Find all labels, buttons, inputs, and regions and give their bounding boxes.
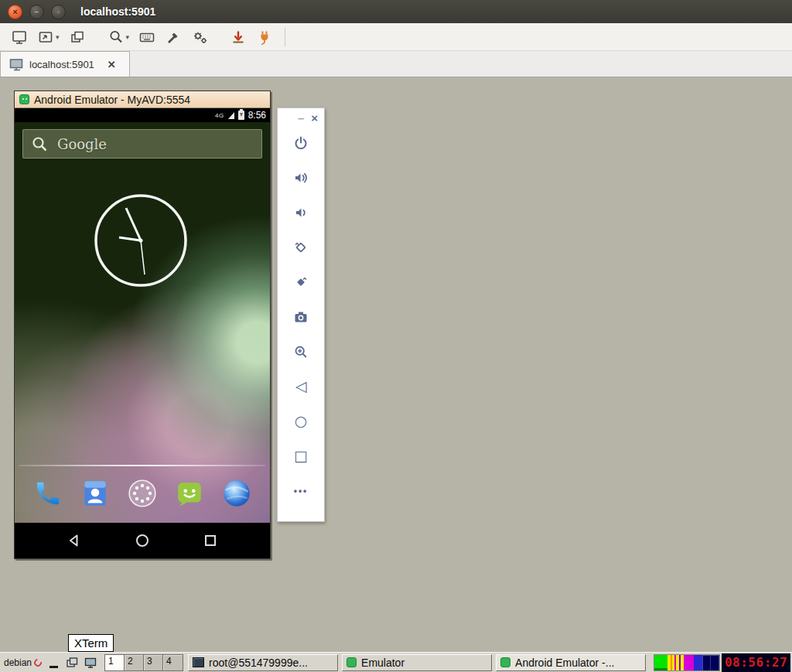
- android-emulator-window[interactable]: Android Emulator - MyAVD:5554 4G 8:56 Go…: [14, 90, 271, 559]
- zoom-icon: [108, 29, 125, 46]
- taskbar-clock: 08:56:27: [722, 653, 790, 672]
- mini-pager: [702, 655, 719, 670]
- android-dock: [15, 470, 270, 517]
- analog-clock-widget[interactable]: [90, 189, 192, 292]
- close-icon: ×: [12, 7, 17, 16]
- windows-button[interactable]: [63, 654, 80, 671]
- volume-down-icon: [293, 205, 309, 220]
- google-search-bar[interactable]: Google: [22, 129, 262, 159]
- scale-button[interactable]: ▾: [32, 26, 64, 49]
- rotate-left-button[interactable]: [278, 230, 324, 264]
- window-title: localhost:5901: [80, 5, 155, 18]
- overview-button-panel[interactable]: □: [278, 438, 324, 473]
- desktop-button[interactable]: [82, 654, 99, 671]
- window-maximize-button[interactable]: ▫: [51, 5, 66, 19]
- rotate-right-icon: [293, 275, 309, 290]
- phone-app-icon[interactable]: [32, 477, 64, 510]
- vnc-viewport[interactable]: Android Emulator - MyAVD:5554 4G 8:56 Go…: [0, 77, 792, 652]
- control-panel-titlebar: – ×: [278, 108, 324, 125]
- volume-down-button[interactable]: [278, 195, 324, 230]
- power-button[interactable]: [278, 125, 324, 160]
- debian-logo-icon: [32, 657, 43, 668]
- load-meter-blue: [694, 655, 702, 670]
- emulator-titlebar[interactable]: Android Emulator - MyAVD:5554: [15, 91, 270, 108]
- tools-button[interactable]: [160, 26, 186, 49]
- tab-close-button[interactable]: ✕: [108, 59, 116, 70]
- task-button-emulator[interactable]: Emulator: [342, 654, 492, 671]
- terminal-icon: [193, 657, 204, 667]
- window-close-button[interactable]: ×: [8, 5, 22, 19]
- android-status-bar: 4G 8:56: [15, 108, 270, 122]
- plug-icon: [256, 29, 273, 46]
- rotate-right-button[interactable]: [278, 264, 324, 299]
- volume-up-button[interactable]: [278, 160, 324, 195]
- android-icon: [19, 94, 29, 104]
- screenshot-button[interactable]: [225, 26, 251, 49]
- power-icon: [293, 135, 309, 151]
- back-button-panel[interactable]: ◁: [278, 369, 324, 404]
- download-arrow-icon: [230, 29, 247, 46]
- disconnect-button[interactable]: [251, 26, 278, 49]
- messaging-app-icon[interactable]: [173, 477, 206, 510]
- panel-minimize-button[interactable]: –: [298, 114, 304, 122]
- tab-localhost-5901[interactable]: localhost:5901 ✕: [0, 51, 130, 77]
- tab-label: localhost:5901: [29, 59, 94, 70]
- workspace-3[interactable]: 3: [144, 655, 163, 670]
- tooltip-label: XTerm: [74, 636, 108, 650]
- workspace-4[interactable]: 4: [163, 655, 183, 670]
- emulator-window-title: Android Emulator - MyAVD:5554: [34, 94, 190, 106]
- xterm-tooltip: XTerm: [68, 634, 114, 652]
- load-meter-green: [654, 655, 667, 670]
- emulator-control-panel: – ×: [277, 107, 325, 522]
- home-icon: ○: [295, 414, 308, 428]
- load-meter-magenta: [684, 655, 694, 670]
- dock-separator: [19, 465, 265, 466]
- task-button-android-emulator[interactable]: Android Emulator -...: [496, 654, 646, 671]
- workspace-1[interactable]: 1: [105, 655, 125, 670]
- home-nav-icon[interactable]: [135, 533, 150, 548]
- fullscreen-button[interactable]: [6, 26, 32, 49]
- system-monitor: [654, 654, 720, 671]
- panel-close-button[interactable]: ×: [311, 113, 318, 123]
- app-drawer-icon[interactable]: [126, 477, 159, 510]
- android-icon: [346, 657, 357, 667]
- toolbar-separator: [285, 28, 285, 46]
- chevron-down-icon: ▾: [56, 33, 60, 41]
- more-button-panel[interactable]: •••: [278, 473, 324, 508]
- taskbar: debian 1 2 3 4 root@551479999e... Emulat…: [0, 652, 792, 672]
- debian-menu-button[interactable]: debian: [2, 657, 44, 668]
- home-button-panel[interactable]: ○: [278, 404, 324, 438]
- emulator-screen[interactable]: 4G 8:56 Google: [15, 108, 270, 558]
- back-icon: ◁: [295, 379, 307, 394]
- window-minimize-button[interactable]: −: [29, 5, 44, 19]
- zoom-button[interactable]: ▾: [103, 26, 135, 49]
- more-icon: •••: [294, 486, 309, 496]
- keyboard-button[interactable]: [134, 26, 160, 49]
- task-button-terminal[interactable]: root@551479999e...: [188, 654, 338, 671]
- screenshot-button-panel[interactable]: [278, 299, 324, 334]
- window-titlebar: × − ▫ localhost:5901: [0, 0, 792, 23]
- iconify-button[interactable]: [45, 654, 62, 671]
- android-icon: [500, 657, 510, 667]
- volume-up-icon: [293, 170, 309, 186]
- duplicate-button[interactable]: [64, 26, 90, 49]
- workspace-2[interactable]: 2: [125, 655, 144, 670]
- android-nav-bar: [15, 523, 270, 558]
- settings-gears-icon: [191, 29, 208, 46]
- monitor-icon: [9, 56, 24, 72]
- network-type-label: 4G: [215, 112, 224, 119]
- zoom-button-panel[interactable]: [278, 334, 324, 369]
- load-meter-chart: [667, 655, 684, 670]
- settings-button[interactable]: [186, 26, 213, 49]
- tools-icon: [165, 29, 182, 46]
- contacts-app-icon[interactable]: [79, 477, 111, 510]
- recents-nav-icon[interactable]: [203, 533, 218, 548]
- back-nav-icon[interactable]: [67, 533, 82, 548]
- overview-icon: □: [294, 449, 308, 463]
- browser-app-icon[interactable]: [220, 477, 253, 510]
- fullscreen-icon: [11, 29, 28, 46]
- scale-icon: [37, 29, 54, 46]
- rotate-left-icon: [293, 240, 309, 255]
- tab-bar: localhost:5901 ✕: [0, 51, 792, 77]
- monitor-small-icon: [84, 656, 97, 670]
